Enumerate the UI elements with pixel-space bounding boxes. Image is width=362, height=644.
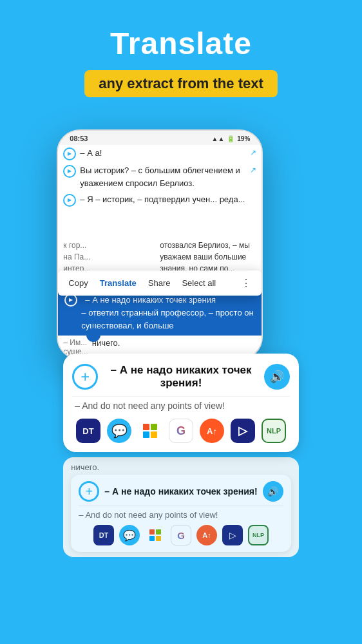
overflow-lines: к гор...на Па...интер... отозвался Берли… (58, 211, 262, 277)
bottom-mini-card: + – А не надо никаких точек зрения! 🔊 – … (71, 475, 291, 552)
reader-text-1: – А а! (80, 147, 250, 160)
bottom-nlp[interactable]: NLP (248, 525, 269, 545)
page-title: Translate (13, 26, 349, 61)
right-overflow: отозвался Берлиоз, – мы уважаем ваши бол… (160, 240, 262, 274)
reader-text-3: – Я – историк, – подтвердил учен... реда… (80, 193, 256, 206)
share-button[interactable]: Share (148, 278, 171, 288)
translation-card: + – А не надо никаких точекзрения! 🔊 – A… (63, 354, 298, 452)
more-options-button[interactable]: ⋮ (241, 277, 251, 289)
share-icon-2: ↗ (250, 164, 256, 176)
reader-line-1: ▶ – А а! ↗ (58, 145, 262, 162)
bottom-add-btn[interactable]: + (79, 481, 99, 502)
play-icon-selected[interactable]: ▶ (64, 294, 77, 307)
bottom-arrow[interactable]: ▷ (222, 525, 243, 545)
bottom-speaker[interactable]: 🔊 (263, 481, 283, 502)
bottom-original: – А не надо никаких точек зрения! (104, 486, 257, 497)
overflow-area: к гор...на Па...интер... отозвался Берли… (58, 209, 262, 277)
app-icon-dt[interactable]: DT (76, 419, 100, 443)
copy-button[interactable]: Copy (68, 278, 88, 288)
status-right: ▲▲ 🔋 19% (211, 135, 250, 142)
play-icon-1[interactable]: ▶ (63, 147, 76, 160)
reader-text-2: Вы историк? – с большим облегчением и ув… (80, 164, 250, 189)
translation-original-text: – А не надо никаких точекзрения! (104, 364, 257, 390)
bottom-repeat-text: ничего. (71, 462, 291, 475)
battery-pct: 19% (237, 135, 250, 142)
bottom-app-icons: DT 💬 G A↑ ▷ NLP (79, 525, 283, 545)
status-bar: 08:53 ▲▲ 🔋 19% (58, 131, 262, 145)
select-all-button[interactable]: Select all (182, 278, 216, 288)
app-icon-windows[interactable] (138, 419, 162, 443)
bottom-af[interactable]: A↑ (196, 525, 217, 545)
header-section: Translate any extract from the text (0, 0, 362, 110)
signal-icon: ▲▲ (211, 135, 224, 142)
bottom-win[interactable] (145, 525, 166, 545)
app-icon-nlp[interactable]: NLP (262, 419, 286, 443)
play-icon-2[interactable]: ▶ (63, 165, 76, 178)
app-icon-arrow[interactable]: ▷ (231, 419, 255, 443)
speaker-icon: 🔊 (270, 370, 284, 384)
speaker-button[interactable]: 🔊 (264, 364, 290, 390)
bottom-mini-header: + – А не надо никаких точек зрения! 🔊 (79, 481, 283, 502)
reader-content: ▶ – А а! ↗ ▶ Вы историк? – с большим обл… (58, 145, 262, 359)
phone-mockup: 08:53 ▲▲ 🔋 19% ▶ – А а! ↗ (57, 129, 263, 360)
app-icon-af[interactable]: A↑ (200, 419, 224, 443)
translation-card-header: + – А не надо никаких точекзрения! 🔊 (72, 364, 289, 390)
reader-line-3: ▶ – Я – историк, – подтвердил учен... ре… (58, 191, 262, 209)
share-icon-1: ↗ (250, 147, 256, 158)
battery-icon: 🔋 (227, 135, 234, 142)
selected-text-cont: – ответил странный профессор, – просто о… (81, 307, 255, 332)
add-button[interactable]: + (72, 364, 98, 390)
translation-result-text: – And do not need any points of view! (72, 401, 289, 411)
phone-area: 08:53 ▲▲ 🔋 19% ▶ – А а! ↗ (0, 129, 362, 562)
translate-button[interactable]: Translate (100, 278, 137, 288)
bottom-dt[interactable]: DT (93, 525, 114, 545)
divider (72, 396, 289, 397)
bottom-bubble[interactable]: 💬 (119, 525, 140, 545)
bottom-google[interactable]: G (171, 525, 191, 545)
subtitle-box: any extract from the text (84, 70, 278, 97)
app-icon-google[interactable]: G (169, 419, 193, 443)
phone-wrapper: 08:53 ▲▲ 🔋 19% ▶ – А а! ↗ (57, 129, 305, 562)
app-icons-row: DT 💬 G (72, 419, 289, 443)
play-icon-3[interactable]: ▶ (63, 194, 76, 207)
status-time: 08:53 (70, 135, 88, 142)
bottom-repeat-section: ничего. + – А не надо никаких точек зрен… (63, 457, 298, 557)
bottom-translation: – And do not need any points of view! (79, 510, 283, 520)
reader-line-2: ▶ Вы историк? – с большим облегчением и … (58, 162, 262, 191)
bottom-divider (79, 506, 283, 506)
app-icon-bubble[interactable]: 💬 (107, 419, 131, 443)
left-overflow: к гор...на Па...интер... (58, 240, 160, 274)
context-menu: Copy Translate Share Select all ⋮ (58, 270, 262, 296)
